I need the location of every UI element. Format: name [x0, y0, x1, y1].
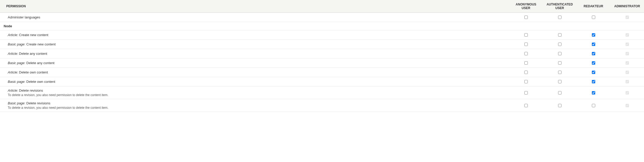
permission-row: Basic page: Delete own content [0, 77, 644, 86]
checkbox-cell [509, 30, 543, 40]
permission-checkbox [626, 61, 629, 65]
checkbox-cell [577, 86, 610, 99]
checkbox-cell [543, 30, 577, 40]
permission-label-cell: Article: Create new content [0, 30, 509, 40]
permission-name: Delete own content [19, 70, 48, 74]
permission-checkbox [626, 16, 629, 19]
permission-row: Article: Delete any content [0, 49, 644, 58]
permission-checkbox[interactable] [524, 71, 528, 74]
permission-checkbox[interactable] [524, 80, 528, 83]
checkbox-cell [577, 40, 610, 49]
checkbox-cell [577, 30, 610, 40]
permission-checkbox [626, 33, 629, 37]
checkbox-cell [509, 40, 543, 49]
checkbox-cell [543, 58, 577, 68]
checkbox-cell [509, 58, 543, 68]
checkbox-cell [577, 68, 610, 77]
checkbox-cell [610, 77, 644, 86]
permission-checkbox[interactable] [524, 61, 528, 65]
permission-checkbox[interactable] [592, 71, 595, 74]
checkbox-cell [577, 58, 610, 68]
permission-name: Create new content [26, 42, 56, 46]
permission-row: Basic page: Delete revisionsTo delete a … [0, 99, 644, 112]
permission-checkbox[interactable] [524, 43, 528, 46]
checkbox-cell [610, 49, 644, 58]
checkbox-cell [610, 58, 644, 68]
permission-row: Basic page: Delete any content [0, 58, 644, 68]
table-header-row: PERMISSION ANONYMOUS USER AUTHENTICATED … [0, 0, 644, 13]
permission-name: Create new content [19, 33, 48, 37]
permission-name: Delete any content [19, 52, 47, 56]
permission-prefix: Basic page [8, 80, 24, 84]
permission-name: Administer languages [8, 15, 40, 19]
section-row: Node [0, 22, 644, 30]
header-permission: PERMISSION [0, 0, 509, 13]
permission-separator: : [24, 61, 26, 65]
checkbox-cell [509, 13, 543, 22]
permission-checkbox[interactable] [592, 104, 595, 107]
permission-checkbox[interactable] [558, 61, 561, 65]
permission-label-cell: Basic page: Create new content [0, 40, 509, 49]
permission-label-cell: Basic page: Delete revisionsTo delete a … [0, 99, 509, 112]
permission-row: Article: Delete revisionsTo delete a rev… [0, 86, 644, 99]
permission-prefix: Article [8, 33, 17, 37]
permission-row: Article: Delete own content [0, 68, 644, 77]
permission-checkbox[interactable] [558, 43, 561, 46]
permission-prefix: Basic page [8, 42, 24, 46]
permission-checkbox[interactable] [558, 16, 561, 19]
permission-checkbox [626, 43, 629, 46]
checkbox-cell [509, 77, 543, 86]
checkbox-cell [610, 68, 644, 77]
checkbox-cell [577, 77, 610, 86]
permission-checkbox[interactable] [558, 33, 561, 37]
permission-row: Article: Create new content [0, 30, 644, 40]
permission-checkbox[interactable] [524, 91, 528, 95]
checkbox-cell [543, 99, 577, 112]
permission-row: Basic page: Create new content [0, 40, 644, 49]
permission-checkbox[interactable] [558, 52, 561, 55]
permission-name: Delete any content [26, 61, 54, 65]
permission-label-cell: Basic page: Delete any content [0, 58, 509, 68]
permission-separator: : [24, 80, 26, 84]
permission-checkbox[interactable] [524, 104, 528, 107]
permission-checkbox[interactable] [592, 52, 595, 55]
permissions-table: PERMISSION ANONYMOUS USER AUTHENTICATED … [0, 0, 644, 112]
permission-checkbox[interactable] [558, 104, 561, 107]
permission-checkbox[interactable] [524, 16, 528, 19]
permission-row: Administer languages [0, 13, 644, 22]
checkbox-cell [610, 86, 644, 99]
permission-checkbox[interactable] [558, 71, 561, 74]
permission-checkbox[interactable] [592, 33, 595, 37]
permission-label-cell: Basic page: Delete own content [0, 77, 509, 86]
header-role-anonymous: ANONYMOUS USER [509, 0, 543, 13]
checkbox-cell [543, 77, 577, 86]
permission-checkbox[interactable] [592, 43, 595, 46]
permission-label-cell: Article: Delete own content [0, 68, 509, 77]
checkbox-cell [610, 99, 644, 112]
permission-checkbox[interactable] [524, 52, 528, 55]
permission-checkbox[interactable] [592, 80, 595, 83]
permission-checkbox[interactable] [524, 33, 528, 37]
permission-prefix: Article [8, 52, 17, 56]
permission-label-cell: Article: Delete revisionsTo delete a rev… [0, 86, 509, 99]
permission-checkbox[interactable] [592, 91, 595, 95]
checkbox-cell [610, 13, 644, 22]
header-role-authenticated: AUTHENTICATED USER [543, 0, 577, 13]
permission-checkbox [626, 104, 629, 107]
permission-checkbox[interactable] [592, 16, 595, 19]
checkbox-cell [577, 13, 610, 22]
permission-description: To delete a revision, you also need perm… [8, 93, 506, 97]
permission-checkbox[interactable] [592, 61, 595, 65]
permission-label-cell: Administer languages [0, 13, 509, 22]
header-role-redakteur: REDAKTEUR [577, 0, 610, 13]
checkbox-cell [610, 40, 644, 49]
permission-label-cell: Article: Delete any content [0, 49, 509, 58]
section-label: Node [0, 22, 644, 30]
permission-checkbox[interactable] [558, 80, 561, 83]
permission-prefix: Article [8, 70, 17, 74]
permission-checkbox[interactable] [558, 91, 561, 95]
checkbox-cell [543, 13, 577, 22]
permission-description: To delete a revision, you also need perm… [8, 106, 506, 110]
permission-name: Delete revisions [19, 89, 43, 92]
permission-checkbox [626, 91, 629, 95]
